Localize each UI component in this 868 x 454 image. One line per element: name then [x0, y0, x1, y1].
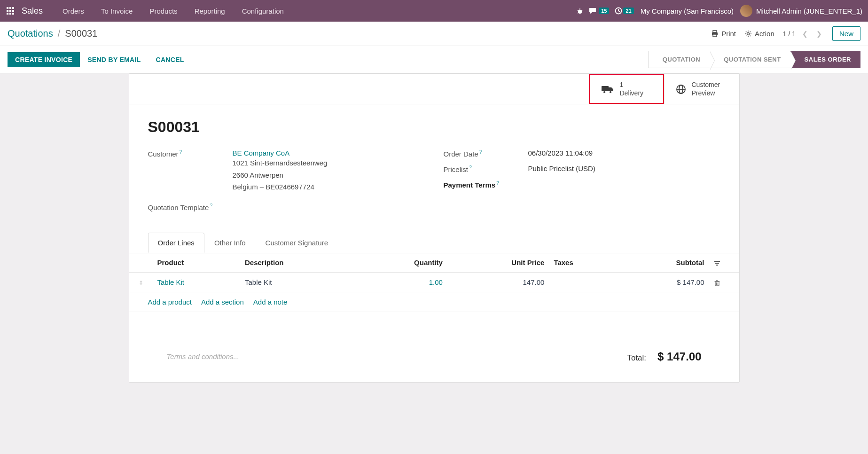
tabs: Order Lines Other Info Customer Signatur… — [129, 233, 739, 253]
activities-icon[interactable]: 21 — [615, 7, 633, 15]
new-button[interactable]: New — [832, 26, 860, 41]
quotation-template-value[interactable] — [233, 203, 425, 211]
tab-other-info[interactable]: Other Info — [204, 233, 256, 253]
customer-preview-button[interactable]: Customer Preview — [664, 74, 739, 104]
address-line-2: 2660 Antwerpen — [233, 169, 425, 181]
svg-rect-16 — [713, 31, 717, 32]
table-row[interactable]: ⇕ Table Kit Table Kit 1.00 147.00 $ 147.… — [129, 272, 739, 292]
bug-icon[interactable] — [576, 7, 584, 15]
svg-rect-28 — [716, 265, 718, 266]
apps-icon[interactable] — [6, 6, 15, 16]
print-button[interactable]: Print — [711, 30, 736, 38]
status-quotation-sent[interactable]: QUOTATION SENT — [710, 51, 790, 68]
drag-handle-icon[interactable]: ⇕ — [139, 280, 143, 286]
breadcrumb: Quotations / S00031 — [8, 28, 97, 39]
top-navbar: Sales Orders To Invoice Products Reporti… — [0, 0, 868, 22]
help-icon[interactable]: ? — [469, 164, 472, 170]
nav-orders[interactable]: Orders — [56, 7, 91, 15]
customer-link[interactable]: BE Company CoA — [233, 149, 290, 157]
company-selector[interactable]: My Company (San Francisco) — [641, 7, 734, 15]
svg-rect-7 — [9, 13, 11, 15]
col-unit-price: Unit Price — [447, 253, 549, 273]
breadcrumb-parent[interactable]: Quotations — [8, 28, 53, 39]
messages-badge: 15 — [599, 8, 609, 14]
tab-order-lines[interactable]: Order Lines — [148, 233, 204, 253]
pricelist-value[interactable]: Public Pricelist (USD) — [528, 164, 720, 173]
payment-terms-label: Payment Terms — [444, 181, 496, 189]
unit-price-cell[interactable]: 147.00 — [447, 272, 549, 292]
nav-products[interactable]: Products — [143, 7, 184, 15]
action-button[interactable]: Action — [744, 30, 774, 38]
user-menu[interactable]: Mitchell Admin (JUNE_ENTER_1) — [756, 7, 862, 15]
nav-configuration[interactable]: Configuration — [235, 7, 290, 15]
product-cell[interactable]: Table Kit — [157, 278, 185, 286]
delete-row-icon[interactable] — [714, 278, 720, 286]
customer-label: Customer — [148, 150, 179, 158]
button-bar: CREATE INVOICE SEND BY EMAIL CANCEL QUOT… — [0, 46, 868, 73]
pager-prev[interactable]: ❮ — [800, 30, 810, 38]
help-icon[interactable]: ? — [210, 203, 212, 208]
quotation-template-label: Quotation Template — [148, 204, 209, 211]
quantity-cell[interactable]: 1.00 — [429, 278, 443, 286]
add-product-link[interactable]: Add a product — [148, 298, 192, 306]
col-quantity: Quantity — [356, 253, 447, 273]
status-sales-order[interactable]: SALES ORDER — [790, 51, 860, 68]
messages-icon[interactable]: 15 — [589, 7, 609, 15]
svg-point-22 — [609, 91, 611, 94]
help-icon[interactable]: ? — [496, 180, 500, 186]
svg-point-21 — [603, 91, 605, 94]
svg-line-14 — [581, 13, 582, 13]
help-icon[interactable]: ? — [479, 149, 482, 155]
svg-rect-1 — [9, 7, 11, 9]
svg-line-11 — [578, 10, 579, 11]
status-quotation[interactable]: QUOTATION — [648, 51, 710, 68]
order-name: S00031 — [148, 118, 720, 136]
help-icon[interactable]: ? — [180, 149, 182, 155]
nav-to-invoice[interactable]: To Invoice — [94, 7, 140, 15]
svg-rect-20 — [602, 86, 609, 91]
svg-rect-0 — [7, 7, 8, 9]
cancel-button[interactable]: CANCEL — [149, 52, 192, 67]
create-invoice-button[interactable]: CREATE INVOICE — [8, 52, 80, 67]
tab-signature[interactable]: Customer Signature — [256, 233, 338, 253]
subtotal-cell: $ 147.00 — [618, 272, 709, 292]
nav-reporting[interactable]: Reporting — [188, 7, 232, 15]
svg-point-9 — [578, 10, 582, 14]
svg-point-19 — [747, 32, 750, 35]
add-note-link[interactable]: Add a note — [253, 298, 288, 306]
preview-line1: Customer — [692, 80, 720, 89]
total-value: $ 147.00 — [657, 350, 701, 363]
avatar — [740, 5, 752, 17]
print-icon — [711, 30, 719, 38]
form-sheet: 1 Delivery Customer Preview S00031 C — [129, 73, 740, 383]
payment-terms-value[interactable] — [528, 180, 720, 189]
taxes-cell[interactable] — [549, 272, 618, 292]
status-ribbon: QUOTATION QUOTATION SENT SALES ORDER — [648, 51, 860, 68]
svg-line-13 — [578, 13, 579, 13]
pager-text: 1 / 1 — [783, 30, 796, 38]
order-date-label: Order Date — [444, 150, 478, 158]
action-bar: Quotations / S00031 Print Action 1 / 1 ❮… — [0, 22, 868, 46]
svg-rect-5 — [12, 10, 14, 12]
activities-badge: 21 — [623, 8, 633, 14]
svg-rect-29 — [715, 282, 719, 286]
svg-rect-6 — [7, 13, 8, 15]
order-date-value[interactable]: 06/30/2023 11:04:09 — [528, 149, 720, 158]
col-subtotal: Subtotal — [618, 253, 709, 273]
svg-rect-3 — [7, 10, 8, 12]
description-cell[interactable]: Table Kit — [240, 272, 356, 292]
add-section-link[interactable]: Add a section — [201, 298, 244, 306]
svg-line-12 — [581, 10, 582, 11]
send-email-button[interactable]: SEND BY EMAIL — [80, 52, 148, 67]
app-title[interactable]: Sales — [22, 6, 43, 16]
svg-rect-8 — [12, 13, 14, 15]
delivery-label: Delivery — [620, 89, 644, 97]
total-label: Total: — [627, 353, 646, 363]
terms-input[interactable]: Terms and conditions... — [167, 352, 240, 360]
address-line-1: 1021 Sint-Bernardsesteenweg — [233, 157, 425, 169]
columns-settings-icon[interactable] — [714, 258, 720, 266]
delivery-stat-button[interactable]: 1 Delivery — [589, 74, 664, 104]
svg-rect-18 — [713, 34, 717, 37]
col-description: Description — [240, 253, 356, 273]
pager-next[interactable]: ❯ — [814, 30, 824, 38]
